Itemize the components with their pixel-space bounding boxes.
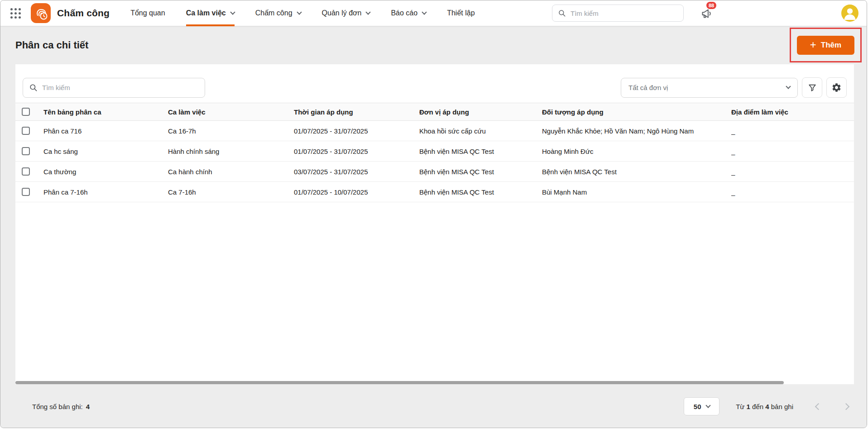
table-toolbar: Tất cả đơn vị (15, 64, 854, 103)
cell-unit: Bệnh viện MISA QC Test (419, 168, 542, 176)
table-row[interactable]: Phân ca 716 Ca 16-7h 01/07/2025 - 31/07/… (15, 121, 854, 141)
row-checkbox[interactable] (22, 167, 30, 176)
row-checkbox[interactable] (22, 188, 30, 196)
app-window: Chấm công Tổng quan Ca làm việc Chấm côn… (0, 0, 867, 428)
table-row[interactable]: Phân ca 7-16h Ca 7-16h 01/07/2025 - 10/0… (15, 182, 854, 202)
chevron-down-icon (705, 403, 710, 408)
app-grid-icon[interactable] (10, 8, 21, 19)
cell-name: Phân ca 716 (43, 127, 168, 135)
chevron-down-icon (230, 10, 235, 14)
cell-period: 01/07/2025 - 10/07/2025 (294, 188, 419, 196)
column-header-subjects: Đối tượng áp dụng (542, 108, 731, 116)
total-records-value: 4 (86, 403, 90, 410)
cell-subjects: Nguyễn Khắc Khỏe; Hồ Văn Nam; Ngô Hùng N… (542, 127, 731, 135)
notification-badge: 88 (706, 2, 716, 9)
table-search-input[interactable] (42, 84, 199, 91)
chevron-down-icon (366, 10, 371, 14)
page-title: Phân ca chi tiết (15, 39, 88, 51)
red-highlight-annotation: + Thêm (790, 28, 862, 62)
record-range: Từ 1 đến 4 bản ghi (736, 403, 793, 410)
cell-location: _ (731, 127, 854, 135)
gear-icon (831, 82, 842, 93)
horizontal-scrollbar[interactable] (15, 381, 784, 384)
cell-subjects: Bùi Mạnh Nam (542, 188, 731, 196)
cell-shift: Ca hành chính (168, 168, 294, 176)
user-avatar[interactable] (841, 5, 858, 22)
table-body: Phân ca 716 Ca 16-7h 01/07/2025 - 31/07/… (15, 121, 854, 202)
main-content: Tất cả đơn vị Tên bảng phân ca (0, 64, 867, 428)
app-title: Chấm công (57, 8, 110, 19)
cell-location: _ (731, 148, 854, 155)
select-all-checkbox[interactable] (22, 108, 30, 116)
app-logo-fingerprint-clock-icon (31, 3, 51, 23)
column-header-name: Tên bảng phân ca (43, 108, 168, 116)
global-search[interactable] (552, 5, 684, 22)
page-size-dropdown[interactable]: 50 (684, 397, 719, 415)
previous-page-button[interactable] (815, 403, 822, 410)
page-header: Phân ca chi tiết + Thêm (0, 26, 867, 64)
row-checkbox[interactable] (22, 147, 30, 155)
total-records: Tổng số bản ghi: 4 (32, 403, 90, 410)
tab-bao-cao[interactable]: Báo cáo (391, 0, 426, 26)
global-search-input[interactable] (571, 10, 678, 17)
tab-tong-quan[interactable]: Tổng quan (130, 0, 165, 26)
column-header-period: Thời gian áp dụng (294, 108, 419, 116)
settings-button[interactable] (826, 77, 847, 98)
pagination: 50 Từ 1 đến 4 bản ghi (684, 397, 849, 415)
top-navbar: Chấm công Tổng quan Ca làm việc Chấm côn… (0, 0, 867, 26)
next-page-button[interactable] (843, 403, 850, 410)
table-footer: Tổng số bản ghi: 4 50 Từ 1 đến 4 bản ghi (0, 384, 867, 428)
search-icon (558, 9, 566, 17)
cell-unit: Bệnh viện MISA QC Test (419, 148, 542, 155)
chevron-down-icon (422, 10, 427, 14)
cell-shift: Ca 7-16h (168, 188, 294, 196)
cell-period: 01/07/2025 - 31/07/2025 (294, 127, 419, 135)
column-header-shift: Ca làm việc (168, 108, 294, 116)
table-search[interactable] (23, 78, 205, 98)
cell-location: _ (731, 188, 854, 196)
unit-filter-dropdown[interactable]: Tất cả đơn vị (621, 78, 798, 98)
shift-assignment-card: Tất cả đơn vị Tên bảng phân ca (15, 64, 854, 384)
tab-quan-ly-don[interactable]: Quản lý đơn (322, 0, 370, 26)
cell-unit: Bệnh viện MISA QC Test (419, 188, 542, 196)
cell-subjects: Bệnh viện MISA QC Test (542, 168, 731, 176)
tab-ca-lam-viec[interactable]: Ca làm việc (186, 0, 235, 26)
tab-thiet-lap[interactable]: Thiết lập (447, 0, 475, 26)
add-button[interactable]: + Thêm (797, 36, 854, 55)
row-checkbox[interactable] (22, 127, 30, 135)
cell-name: Ca hc sáng (43, 148, 168, 155)
chevron-down-icon (786, 84, 791, 89)
chevron-down-icon (297, 10, 302, 14)
table-row[interactable]: Ca thường Ca hành chính 03/07/2025 - 31/… (15, 162, 854, 182)
cell-shift: Ca 16-7h (168, 127, 294, 135)
filter-button[interactable] (802, 77, 822, 98)
search-icon (29, 83, 38, 92)
tab-cham-cong[interactable]: Chấm công (255, 0, 301, 26)
main-menu: Tổng quan Ca làm việc Chấm công Quản lý … (130, 0, 475, 26)
funnel-icon (807, 83, 817, 93)
cell-shift: Hành chính sáng (168, 148, 294, 155)
column-header-location: Địa điểm làm việc (731, 108, 854, 116)
cell-period: 03/07/2025 - 31/07/2025 (294, 168, 419, 176)
cell-name: Ca thường (43, 168, 168, 176)
table-header: Tên bảng phân ca Ca làm việc Thời gian á… (15, 103, 854, 121)
cell-period: 01/07/2025 - 31/07/2025 (294, 148, 419, 155)
notifications-button[interactable]: 88 (699, 6, 714, 20)
person-icon (841, 5, 858, 22)
cell-name: Phân ca 7-16h (43, 188, 168, 196)
table-row[interactable]: Ca hc sáng Hành chính sáng 01/07/2025 - … (15, 141, 854, 162)
cell-location: _ (731, 168, 854, 176)
cell-subjects: Hoàng Minh Đức (542, 148, 731, 155)
column-header-unit: Đơn vị áp dụng (419, 108, 542, 116)
cell-unit: Khoa hồi sức cấp cứu (419, 127, 542, 135)
